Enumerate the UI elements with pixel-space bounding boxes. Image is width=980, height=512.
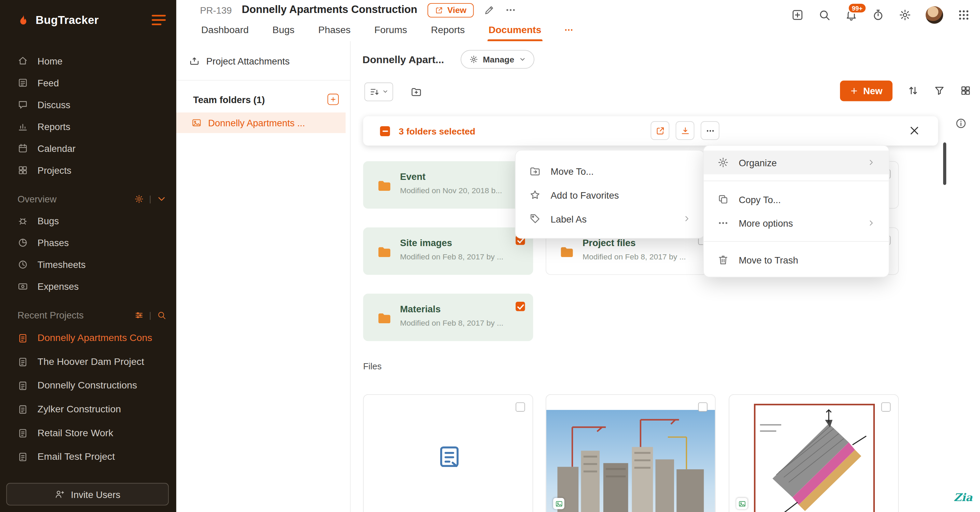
project-icon <box>18 451 28 462</box>
download-icon <box>680 126 689 135</box>
sidebar-item-expenses[interactable]: Expenses <box>0 275 176 297</box>
menu-item-more-options[interactable]: More options <box>704 211 889 235</box>
project-title: Donnelly Apartments Construction <box>242 4 417 16</box>
hamburger-menu-icon[interactable] <box>151 14 166 25</box>
project-filter-icon[interactable] <box>134 310 143 320</box>
manage-button[interactable]: Manage <box>460 50 534 68</box>
organize-submenu: Move To... Add to Favorites Label As <box>515 150 705 239</box>
sidebar-item-calendar[interactable]: Calendar <box>0 138 176 159</box>
recent-project-zylker-construction[interactable]: Zylker Construction <box>0 397 176 421</box>
menu-item-copy-to[interactable]: Copy To... <box>704 188 889 211</box>
team-folder-item-selected[interactable]: Donnelly Apartments ... <box>176 112 345 133</box>
timer-icon[interactable] <box>872 9 885 22</box>
recent-project-email-test[interactable]: Email Test Project <box>0 445 176 469</box>
invite-users-button[interactable]: Invite Users <box>6 483 169 506</box>
sidebar-item-bugs[interactable]: Bugs <box>0 210 176 232</box>
edit-project-pencil-icon[interactable] <box>484 5 495 16</box>
new-button[interactable]: New <box>840 80 892 101</box>
menu-item-add-to-favorites[interactable]: Add to Favorites <box>515 183 705 207</box>
overview-collapse-chevron-icon[interactable] <box>157 194 166 203</box>
vertical-scrollbar[interactable] <box>943 142 946 184</box>
tab-label: Documents <box>488 24 541 35</box>
tab-reports[interactable]: Reports <box>430 19 466 41</box>
sort-order-dropdown[interactable] <box>364 82 393 101</box>
recent-project-retail-store-work[interactable]: Retail Store Work <box>0 421 176 445</box>
ellipsis-icon <box>705 126 715 135</box>
info-panel-icon[interactable] <box>955 118 967 129</box>
sidebar-item-projects[interactable]: Projects <box>0 159 176 181</box>
recent-project-donnelly-apartments[interactable]: Donnelly Apartments Cons <box>0 326 176 350</box>
file-checkbox[interactable] <box>515 402 525 412</box>
new-button-label: New <box>863 85 882 96</box>
menu-item-label-as[interactable]: Label As <box>515 207 705 231</box>
menu-divider <box>704 241 889 242</box>
project-attachments-item[interactable]: Project Attachments <box>189 55 290 66</box>
file-card-site-photo[interactable] <box>546 394 716 512</box>
team-folders-header: Team folders (1) <box>193 89 339 110</box>
download-button[interactable] <box>676 121 695 140</box>
new-folder-icon[interactable] <box>411 86 422 97</box>
folder-card-event[interactable]: Event Modified on Nov 20, 2018 b... <box>363 161 533 208</box>
selection-bar: 3 folders selected <box>363 116 938 145</box>
more-actions-button[interactable] <box>701 121 719 140</box>
divider: | <box>149 310 151 320</box>
chevron-right-icon <box>868 159 875 166</box>
folder-checkbox[interactable] <box>515 302 525 311</box>
tab-label: Bugs <box>272 24 295 35</box>
tab-bugs[interactable]: Bugs <box>271 19 296 41</box>
file-checkbox[interactable] <box>698 402 708 412</box>
settings-gear-icon[interactable] <box>899 9 912 22</box>
filter-icon[interactable] <box>934 85 945 96</box>
sort-icon[interactable] <box>908 85 919 96</box>
recent-project-hoover-dam[interactable]: The Hoover Dam Project <box>0 350 176 374</box>
add-team-folder-button[interactable] <box>328 94 339 105</box>
folder-modified: Modified on Feb 8, 2017 by ... <box>582 252 686 261</box>
sidebar-item-home[interactable]: Home <box>0 50 176 72</box>
recent-project-donnelly-constructions[interactable]: Donnelly Constructions <box>0 374 176 398</box>
menu-item-move-to-trash[interactable]: Move to Trash <box>704 248 889 272</box>
project-id: PR-139 <box>200 5 232 15</box>
folder-modified: Modified on Nov 20, 2018 b... <box>400 186 502 195</box>
folder-card-materials[interactable]: Materials Modified on Feb 8, 2017 by ... <box>363 294 533 341</box>
tabs-overflow-icon[interactable] <box>564 19 574 41</box>
sidebar-item-discuss[interactable]: Discuss <box>0 94 176 116</box>
sidebar-item-phases[interactable]: Phases <box>0 232 176 254</box>
file-card-document[interactable] <box>363 394 533 512</box>
tab-dashboard[interactable]: Dashboard <box>200 19 250 41</box>
more-actions-menu: Organize Copy To... More options Move to… <box>703 145 889 278</box>
overview-section-header: Overview | <box>0 188 176 210</box>
open-external-icon <box>435 6 443 14</box>
share-link-button[interactable] <box>651 121 669 140</box>
project-search-icon[interactable] <box>157 310 166 320</box>
recent-projects-section-header: Recent Projects | <box>0 304 176 326</box>
file-card-roof-diagram[interactable] <box>729 394 899 512</box>
view-button[interactable]: View <box>427 3 474 17</box>
notifications-bell[interactable]: 99+ <box>845 9 858 22</box>
sidebar-item-timesheets[interactable]: Timesheets <box>0 254 176 275</box>
zia-assistant-logo[interactable]: Zia <box>954 491 972 504</box>
menu-item-organize[interactable]: Organize <box>704 151 889 175</box>
sidebar-item-reports[interactable]: Reports <box>0 116 176 138</box>
search-icon[interactable] <box>818 9 831 22</box>
tree-sort-icon <box>369 87 379 97</box>
project-more-options-icon[interactable] <box>505 5 516 16</box>
tab-label: Reports <box>431 24 465 35</box>
quick-add-icon[interactable] <box>791 9 804 22</box>
tab-forums[interactable]: Forums <box>373 19 408 41</box>
tab-documents[interactable]: Documents <box>487 19 542 41</box>
tab-phases[interactable]: Phases <box>317 19 352 41</box>
global-actions: 99+ <box>791 6 970 24</box>
select-all-checkbox[interactable] <box>380 126 390 136</box>
user-avatar[interactable] <box>926 6 943 24</box>
overview-settings-gear-icon[interactable] <box>134 194 143 203</box>
sidebar-item-label: Bugs <box>38 215 59 226</box>
apps-grid-icon[interactable] <box>958 9 970 22</box>
menu-item-move-to[interactable]: Move To... <box>515 159 705 183</box>
file-checkbox[interactable] <box>881 402 891 412</box>
grid-view-icon[interactable] <box>960 85 971 96</box>
folder-modified: Modified on Feb 8, 2017 by ... <box>400 318 503 328</box>
folder-card-site-images[interactable]: Site images Modified on Feb 8, 2017 by .… <box>363 227 533 275</box>
close-selection-icon[interactable] <box>908 125 920 136</box>
sidebar-item-feed[interactable]: Feed <box>0 72 176 94</box>
attachments-label: Project Attachments <box>206 55 290 66</box>
